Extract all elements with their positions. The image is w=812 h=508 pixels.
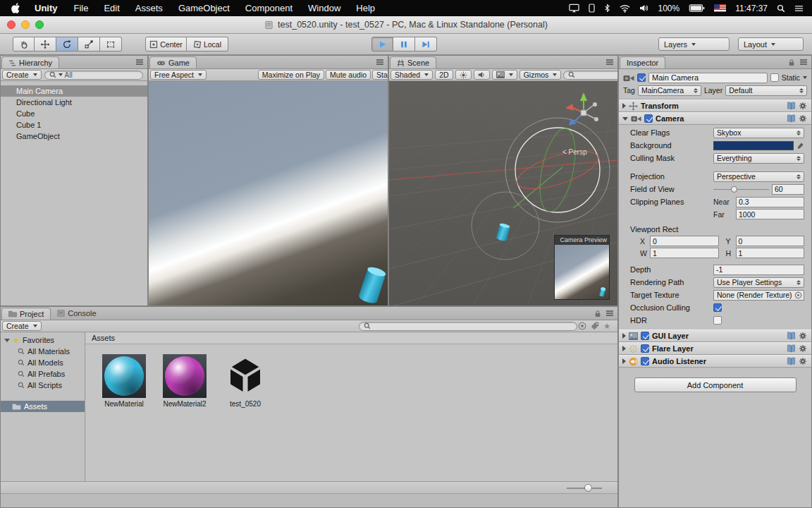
gear-icon[interactable] — [799, 102, 807, 110]
gui-layer-component-header[interactable]: GUI Layer — [619, 329, 811, 342]
hierarchy-item-cube-1[interactable]: Cube 1 — [1, 119, 147, 131]
favorite-all-models[interactable]: All Models — [1, 357, 85, 368]
projection-dropdown[interactable]: Perspective — [713, 171, 804, 182]
zoom-window-button[interactable] — [35, 20, 44, 29]
pause-button[interactable] — [393, 37, 415, 52]
shading-mode-dropdown[interactable]: Shaded — [390, 70, 433, 80]
menu-bar-clock[interactable]: 11:47:37 — [735, 4, 768, 13]
menu-component[interactable]: Component — [238, 3, 300, 13]
viewport-y-field[interactable]: 0 — [736, 236, 805, 246]
panel-menu-icon[interactable] — [605, 59, 614, 66]
panel-menu-icon[interactable] — [605, 310, 614, 317]
device-icon[interactable] — [589, 4, 595, 13]
gear-icon[interactable] — [799, 357, 807, 365]
wifi-icon[interactable] — [620, 4, 630, 13]
tag-dropdown[interactable]: MainCamera — [638, 85, 701, 96]
far-field[interactable]: 1000 — [736, 209, 804, 219]
hierarchy-item-directional-light[interactable]: Directional Light — [1, 97, 147, 108]
foldout-icon[interactable] — [622, 346, 626, 351]
gameobject-name-field[interactable]: Main Camera — [648, 73, 768, 83]
spotlight-search-icon[interactable] — [777, 4, 785, 13]
clear-flags-dropdown[interactable]: Skybox — [713, 128, 804, 138]
tab-hierarchy[interactable]: Hierarchy — [1, 56, 59, 68]
static-dropdown-icon[interactable] — [803, 76, 807, 79]
mute-audio-toggle[interactable]: Mute audio — [326, 70, 371, 80]
panel-menu-icon[interactable] — [135, 59, 144, 66]
menu-edit[interactable]: Edit — [96, 3, 127, 13]
hierarchy-item-cube[interactable]: Cube — [1, 108, 147, 119]
hierarchy-create-button[interactable]: Create — [2, 70, 42, 80]
hdr-checkbox[interactable] — [713, 316, 722, 325]
close-window-button[interactable] — [7, 20, 16, 29]
help-book-icon[interactable] — [787, 357, 796, 365]
tab-scene[interactable]: Scene — [390, 56, 436, 68]
thumbnail-size-knob[interactable] — [584, 484, 592, 492]
eyedropper-icon[interactable] — [796, 142, 804, 150]
occlusion-culling-checkbox[interactable] — [713, 303, 722, 312]
layout-dropdown[interactable]: Layout — [738, 37, 804, 51]
scene-viewport[interactable]: < Persp Camera Preview — [389, 81, 617, 306]
background-color-field[interactable] — [713, 141, 794, 150]
tab-game[interactable]: Game — [149, 56, 197, 68]
project-create-button[interactable]: Create — [2, 321, 42, 331]
menu-file[interactable]: File — [66, 3, 97, 13]
viewport-w-field[interactable]: 1 — [650, 248, 719, 258]
foldout-icon[interactable] — [622, 358, 626, 364]
foldout-icon[interactable] — [622, 333, 626, 339]
camera-component-header[interactable]: Camera — [619, 112, 811, 125]
panel-menu-icon[interactable] — [376, 59, 384, 66]
favorite-all-prefabs[interactable]: All Prefabs — [1, 368, 85, 380]
favorite-all-materials[interactable]: All Materials — [1, 346, 85, 357]
field-of-view-slider[interactable] — [713, 184, 769, 195]
flare-layer-component-header[interactable]: Flare Layer — [619, 342, 811, 355]
step-button[interactable] — [415, 37, 437, 52]
hand-tool-button[interactable] — [13, 37, 35, 52]
2d-toggle[interactable]: 2D — [435, 70, 453, 80]
foldout-icon[interactable] — [622, 103, 626, 109]
camera-enabled-checkbox[interactable] — [644, 114, 653, 123]
field-of-view-field[interactable]: 60 — [772, 184, 804, 195]
tab-console[interactable]: Console — [51, 307, 102, 320]
move-tool-button[interactable] — [35, 37, 56, 52]
depth-field[interactable]: -1 — [713, 265, 804, 275]
gameobject-enabled-checkbox[interactable] — [637, 73, 646, 82]
search-by-label-icon[interactable] — [591, 322, 599, 330]
asset-test-0520-scene[interactable]: test_0520 — [219, 354, 272, 408]
culling-mask-dropdown[interactable]: Everything — [713, 153, 804, 164]
battery-percent[interactable]: 100% — [658, 4, 679, 13]
menu-app-unity[interactable]: Unity — [26, 3, 66, 13]
apple-menu[interactable] — [0, 3, 26, 13]
foldout-icon[interactable] — [4, 339, 10, 342]
scale-tool-button[interactable] — [78, 37, 100, 52]
favorites-root[interactable]: ★ Favorites — [1, 334, 85, 346]
rect-tool-button[interactable] — [100, 37, 122, 52]
project-search-input[interactable] — [359, 322, 577, 331]
tab-inspector[interactable]: Inspector — [620, 56, 665, 68]
space-local-button[interactable]: Local — [187, 37, 228, 52]
tab-project[interactable]: Project — [1, 308, 51, 320]
transform-component-header[interactable]: Transform — [619, 99, 811, 112]
help-book-icon[interactable] — [787, 114, 796, 123]
gear-icon[interactable] — [799, 114, 807, 123]
maximize-on-play-toggle[interactable]: Maximize on Play — [258, 70, 324, 80]
menu-window[interactable]: Window — [300, 3, 348, 13]
layers-dropdown[interactable]: Layers — [658, 37, 730, 51]
minimize-window-button[interactable] — [21, 20, 30, 29]
help-book-icon[interactable] — [787, 344, 796, 353]
gui-layer-enabled-checkbox[interactable] — [641, 332, 649, 340]
help-book-icon[interactable] — [787, 102, 796, 110]
asset-newmaterial2[interactable]: NewMaterial2 — [158, 354, 211, 408]
airplay-icon[interactable] — [569, 4, 579, 13]
viewport-h-field[interactable]: 1 — [736, 248, 805, 258]
persp-label[interactable]: < Persp — [562, 148, 587, 156]
rotate-tool-button[interactable] — [56, 37, 78, 52]
panel-menu-icon[interactable] — [799, 59, 808, 66]
us-flag-icon[interactable] — [714, 4, 726, 12]
pivot-center-button[interactable]: Center — [145, 37, 187, 52]
near-field[interactable]: 0.3 — [736, 197, 804, 207]
saved-search-star-icon[interactable]: ★ — [603, 322, 610, 330]
volume-icon[interactable] — [639, 4, 648, 12]
static-checkbox[interactable] — [770, 73, 779, 82]
rendering-path-dropdown[interactable]: Use Player Settings — [713, 277, 804, 288]
flare-layer-enabled-checkbox[interactable] — [641, 344, 649, 353]
